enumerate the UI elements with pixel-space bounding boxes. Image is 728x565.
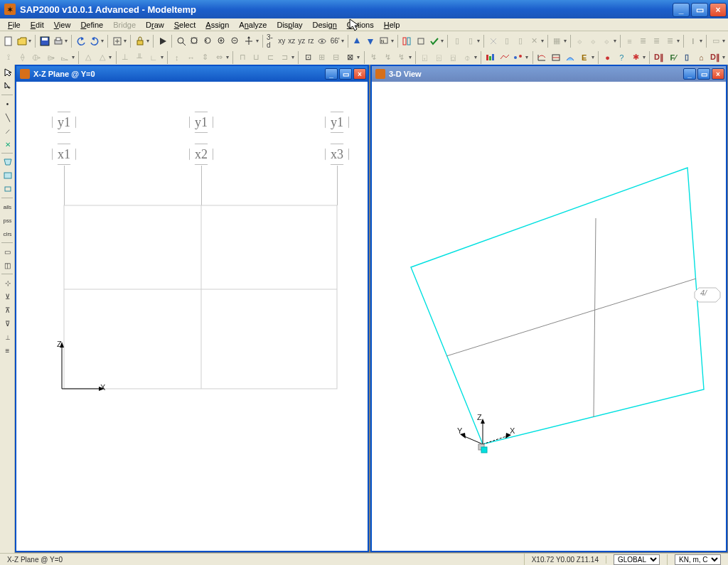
toolbar-drop[interactable]: ▾: [72, 54, 76, 60]
child-close-button[interactable]: ×: [353, 68, 366, 80]
show-stress-button[interactable]: [563, 50, 577, 65]
r2-h[interactable]: ⊥: [119, 50, 133, 65]
grid-button[interactable]: ▦: [550, 34, 564, 48]
child-titlebar-xz[interactable]: X-Z Plane @ Y=0 _ ▭ ×: [16, 66, 368, 82]
quad-tool[interactable]: [1, 156, 14, 168]
toolbar-drop[interactable]: ▾: [291, 54, 296, 60]
zoom-prev-button[interactable]: [202, 34, 215, 48]
pan-button[interactable]: [242, 34, 256, 48]
view-xy-label[interactable]: xy: [277, 37, 287, 45]
line-tool[interactable]: ╲: [1, 111, 14, 124]
zoom-extents-button[interactable]: [188, 34, 201, 48]
ext-a[interactable]: ⟐: [573, 34, 587, 48]
cross-sel-tool[interactable]: ◫: [1, 259, 14, 271]
up-arrow-button[interactable]: [350, 34, 364, 48]
r2-ae[interactable]: [498, 50, 512, 65]
design-alum-button[interactable]: ▯: [680, 50, 695, 65]
r2-e[interactable]: ⌳: [58, 50, 72, 65]
r2-af[interactable]: [512, 50, 526, 65]
r2-y[interactable]: ↯: [395, 50, 409, 65]
refresh-button[interactable]: [110, 34, 124, 48]
r2-ab[interactable]: ⌼: [446, 50, 460, 65]
ext-c[interactable]: ⟐: [600, 34, 614, 48]
canvas-xz[interactable]: y1 y1 y1 x1 x2 x3 Z X: [18, 82, 366, 549]
r2-i[interactable]: ╨: [132, 50, 146, 65]
lock-button[interactable]: [133, 34, 146, 48]
r2-ac[interactable]: ⌽: [460, 50, 474, 65]
child-window-xz[interactable]: X-Z Plane @ Y=0 _ ▭ × y1 y1 y1 x1 x2 x3: [15, 65, 369, 552]
menu-analyze[interactable]: Analyze: [234, 21, 272, 29]
view-xz-label[interactable]: xz: [287, 37, 296, 45]
child-close-button[interactable]: ×: [712, 68, 724, 80]
view-gg-label[interactable]: 66': [329, 37, 341, 45]
toolbar-drop[interactable]: ▾: [677, 38, 681, 44]
r2-w[interactable]: ↯: [367, 50, 381, 65]
toolbar-drop[interactable]: ▾: [564, 38, 568, 44]
r2-n[interactable]: ⇔: [212, 50, 226, 65]
menu-assign[interactable]: Assign: [200, 21, 234, 29]
r2-z[interactable]: ⌺: [418, 50, 432, 65]
design-cold-button[interactable]: ⌂: [694, 50, 708, 65]
show-deformed-button[interactable]: [535, 50, 549, 65]
r2-t[interactable]: ⊞: [315, 50, 329, 65]
r2-aj[interactable]: ?: [614, 50, 628, 65]
menu-help[interactable]: Help: [379, 21, 405, 29]
menu-edit[interactable]: Edit: [26, 21, 49, 29]
save-button[interactable]: [38, 34, 51, 48]
align-a[interactable]: ≡: [623, 34, 636, 48]
snap-end-tool[interactable]: ⊼: [1, 303, 14, 316]
toolbar-drop[interactable]: ▾: [28, 38, 33, 44]
child-max-button[interactable]: ▭: [339, 68, 352, 80]
r2-p[interactable]: ⊔: [250, 50, 264, 65]
point-tool[interactable]: •: [1, 97, 14, 110]
undo-button[interactable]: [74, 34, 87, 48]
r2-x[interactable]: ↯: [380, 50, 395, 65]
r2-g[interactable]: △: [95, 50, 109, 65]
design-check-button[interactable]: D‖: [708, 50, 722, 65]
toolbar-drop[interactable]: ▾: [101, 38, 105, 44]
align-b[interactable]: ≣: [636, 34, 650, 48]
r2-ak[interactable]: ✱: [628, 50, 643, 65]
r2-ai[interactable]: ●: [601, 50, 615, 65]
toolbar-drop[interactable]: ▾: [474, 54, 478, 60]
child-max-button[interactable]: ▭: [697, 68, 710, 80]
print-button[interactable]: [51, 34, 65, 48]
section-button[interactable]: ▭: [709, 34, 722, 48]
show-forces-button[interactable]: [549, 50, 563, 65]
redo-button[interactable]: [87, 34, 101, 48]
toolbar-drop[interactable]: ▾: [161, 54, 165, 60]
down-arrow-button[interactable]: [364, 34, 378, 48]
design-steel-button[interactable]: D‖: [652, 50, 666, 65]
menu-select[interactable]: Select: [169, 21, 201, 29]
r2-u[interactable]: ⊟: [329, 50, 343, 65]
toolbar-drop[interactable]: ▾: [357, 54, 361, 60]
menu-define[interactable]: Define: [75, 21, 108, 29]
r2-c[interactable]: ⌱: [30, 50, 44, 65]
clr-tool[interactable]: clrs: [1, 227, 14, 240]
r2-a[interactable]: ⟟: [1, 50, 16, 65]
menu-file[interactable]: File: [3, 21, 26, 29]
align-c[interactable]: ≣: [650, 34, 663, 48]
pointer-add-tool[interactable]: +: [1, 80, 14, 92]
view-3d-label[interactable]: 3-d: [265, 33, 277, 49]
r2-m[interactable]: ⇕: [198, 50, 213, 65]
toolbar-drop[interactable]: ▾: [722, 54, 727, 60]
toolbar-drop[interactable]: ▾: [477, 38, 481, 44]
minimize-button[interactable]: _: [673, 3, 690, 17]
snap-int-tool[interactable]: ⊽: [1, 317, 14, 330]
tb-b[interactable]: ▯: [464, 34, 477, 48]
maximize-button[interactable]: ▭: [691, 3, 708, 17]
child-min-button[interactable]: _: [683, 68, 696, 80]
rect2-tool[interactable]: [1, 183, 14, 195]
r2-l[interactable]: ↔: [184, 50, 198, 65]
design-concrete-button[interactable]: F⁄: [666, 50, 680, 65]
r2-s[interactable]: ⊡: [301, 50, 315, 65]
zoom-in-button[interactable]: [215, 34, 229, 48]
zoom-window-button[interactable]: [174, 34, 188, 48]
toolbar-drop[interactable]: ▾: [722, 38, 727, 44]
r2-d[interactable]: ⌲: [43, 50, 58, 65]
toolbar-drop[interactable]: ▾: [643, 54, 647, 60]
r2-q[interactable]: ⊏: [264, 50, 278, 65]
line2-tool[interactable]: ⟋: [1, 124, 14, 137]
menu-draw[interactable]: Draw: [141, 21, 169, 29]
